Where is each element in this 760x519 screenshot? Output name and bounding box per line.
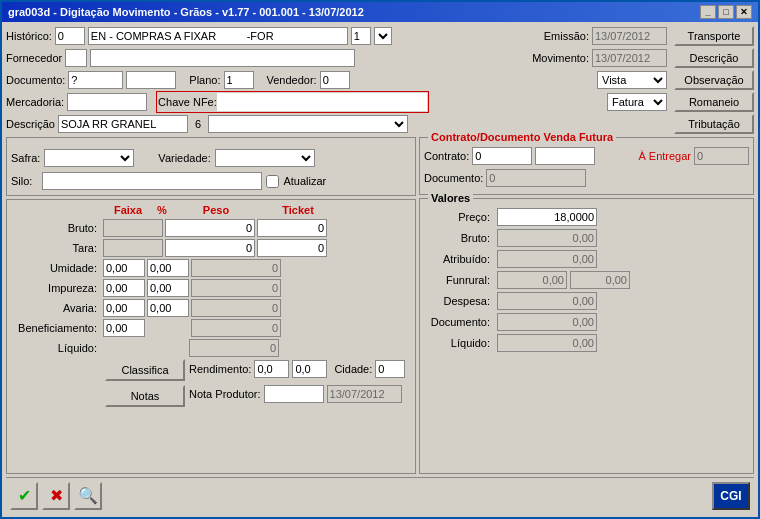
observacao-button[interactable]: Observação xyxy=(674,70,754,90)
umidade-val-input[interactable] xyxy=(147,259,189,277)
valores-bruto-label: Bruto: xyxy=(424,232,494,244)
avaria-val-input[interactable] xyxy=(147,299,189,317)
transporte-button[interactable]: Transporte xyxy=(674,26,754,46)
atribuido-input xyxy=(497,250,597,268)
liquido-peso-input xyxy=(189,339,279,357)
search-button[interactable]: 🔍 xyxy=(74,482,102,510)
right-panel: Contrato/Documento Venda Futura Contrato… xyxy=(419,137,754,474)
minimize-button[interactable]: _ xyxy=(700,5,716,19)
valores-group: Valores Preço: Bruto: Atribuído: Fu xyxy=(419,198,754,474)
despesa-input xyxy=(497,292,597,310)
fpt-header: Faixa % Peso Ticket xyxy=(11,204,411,216)
preco-label: Preço: xyxy=(424,211,494,223)
emissao-label: Emissão: xyxy=(544,30,589,42)
funrural2-input xyxy=(570,271,630,289)
atribuido-row: Atribuído: xyxy=(424,249,749,268)
vendedor-input[interactable] xyxy=(320,71,350,89)
beneficiamento-pct-input[interactable] xyxy=(103,319,145,337)
close-button[interactable]: ✕ xyxy=(736,5,752,19)
variedade-select[interactable] xyxy=(215,149,315,167)
impureza-pct-input[interactable] xyxy=(103,279,145,297)
main-area: Safra: Variedade: Silo: Atualizar xyxy=(6,137,754,474)
contrato-documento-input xyxy=(486,169,586,187)
confirm-icon: ✔ xyxy=(18,486,31,505)
tara-peso-input[interactable] xyxy=(165,239,255,257)
faixa-group: Faixa % Peso Ticket Bruto: Tara: xyxy=(6,199,416,474)
bruto-ticket-input[interactable] xyxy=(257,219,327,237)
bruto-peso-input[interactable] xyxy=(165,219,255,237)
title-bar: gra003d - Digitação Movimento - Grãos - … xyxy=(2,2,758,22)
impureza-label: Impureza: xyxy=(11,282,101,294)
documento-row: Documento: Plano: Vendedor: Vista xyxy=(6,70,667,90)
atualizar-checkbox[interactable] xyxy=(266,175,279,188)
historico-label: Histórico: xyxy=(6,30,52,42)
umidade-peso-input xyxy=(191,259,281,277)
fatura-select[interactable]: Fatura xyxy=(607,93,667,111)
safra-group: Safra: Variedade: Silo: Atualizar xyxy=(6,137,416,196)
cancel-icon: ✖ xyxy=(50,486,63,505)
rendimento2-input[interactable] xyxy=(292,360,327,378)
faixa-title: Faixa xyxy=(103,204,153,216)
title-bar-buttons: _ □ ✕ xyxy=(700,5,752,19)
vista-select[interactable]: Vista xyxy=(597,71,667,89)
descricao-button[interactable]: Descrição xyxy=(674,48,754,68)
contrato-label: Contrato: xyxy=(424,150,469,162)
maximize-button[interactable]: □ xyxy=(718,5,734,19)
valores-documento-label: Documento: xyxy=(424,316,494,328)
cidade-input[interactable] xyxy=(375,360,405,378)
contrato-input[interactable] xyxy=(472,147,532,165)
bottom-rows: Classifica Notas Rendimento: Cidade: xyxy=(11,359,411,407)
tributacao-button[interactable]: Tributação xyxy=(674,114,754,134)
plano-label: Plano: xyxy=(189,74,220,86)
umidade-row: Umidade: xyxy=(11,258,411,277)
contrato2-input[interactable] xyxy=(535,147,595,165)
tara-label: Tara: xyxy=(11,242,101,254)
silo-label: Silo: xyxy=(11,175,32,187)
valores-title: Valores xyxy=(428,192,473,204)
valores-documento-row: Documento: xyxy=(424,312,749,331)
descricao-input[interactable] xyxy=(58,115,188,133)
nota-produtor-label: Nota Produtor: xyxy=(189,388,261,400)
movimento-input xyxy=(592,49,667,67)
bruto-label: Bruto: xyxy=(11,222,101,234)
safra-select[interactable] xyxy=(44,149,134,167)
plano-input[interactable] xyxy=(224,71,254,89)
confirm-button[interactable]: ✔ xyxy=(10,482,38,510)
left-panel: Safra: Variedade: Silo: Atualizar xyxy=(6,137,416,474)
valores-liquido-label: Líquido: xyxy=(424,337,494,349)
documento2-input[interactable] xyxy=(126,71,176,89)
documento-input[interactable] xyxy=(68,71,123,89)
umidade-pct-input[interactable] xyxy=(103,259,145,277)
historico-input[interactable] xyxy=(55,27,85,45)
descricao-select[interactable] xyxy=(208,115,408,133)
cancel-button[interactable]: ✖ xyxy=(42,482,70,510)
atribuido-label: Atribuído: xyxy=(424,253,494,265)
chave-nfe-label: Chave NFe: xyxy=(158,96,217,108)
avaria-peso-input xyxy=(191,299,281,317)
preco-input[interactable] xyxy=(497,208,597,226)
rendimento1-input[interactable] xyxy=(254,360,289,378)
tara-pct-input xyxy=(103,239,163,257)
historico-desc-input[interactable] xyxy=(88,27,348,45)
impureza-val-input[interactable] xyxy=(147,279,189,297)
fornecedor-code-input[interactable] xyxy=(65,49,87,67)
fornecedor-name-input[interactable] xyxy=(90,49,355,67)
cgi-button[interactable]: CGI xyxy=(712,482,750,510)
notas-button[interactable]: Notas xyxy=(105,385,185,407)
funrural-label: Funrural: xyxy=(424,274,494,286)
silo-input[interactable] xyxy=(42,172,262,190)
bruto-pct-input xyxy=(103,219,163,237)
beneficiamento-row: Beneficiamento: xyxy=(11,318,411,337)
for-input[interactable] xyxy=(351,27,371,45)
mercadoria-input[interactable] xyxy=(67,93,147,111)
chave-nfe-input[interactable] xyxy=(217,93,427,111)
classifica-button[interactable]: Classifica xyxy=(105,359,185,381)
nota-produtor-input[interactable] xyxy=(264,385,324,403)
funrural-row: Funrural: xyxy=(424,270,749,289)
historico-select[interactable]: ▼ xyxy=(374,27,392,45)
tara-ticket-input[interactable] xyxy=(257,239,327,257)
content-area: Histórico: ▼ Emissão: Fornecedor Movimen… xyxy=(2,22,758,517)
avaria-pct-input[interactable] xyxy=(103,299,145,317)
a-entregar-input xyxy=(694,147,749,165)
romaneio-button[interactable]: Romaneio xyxy=(674,92,754,112)
